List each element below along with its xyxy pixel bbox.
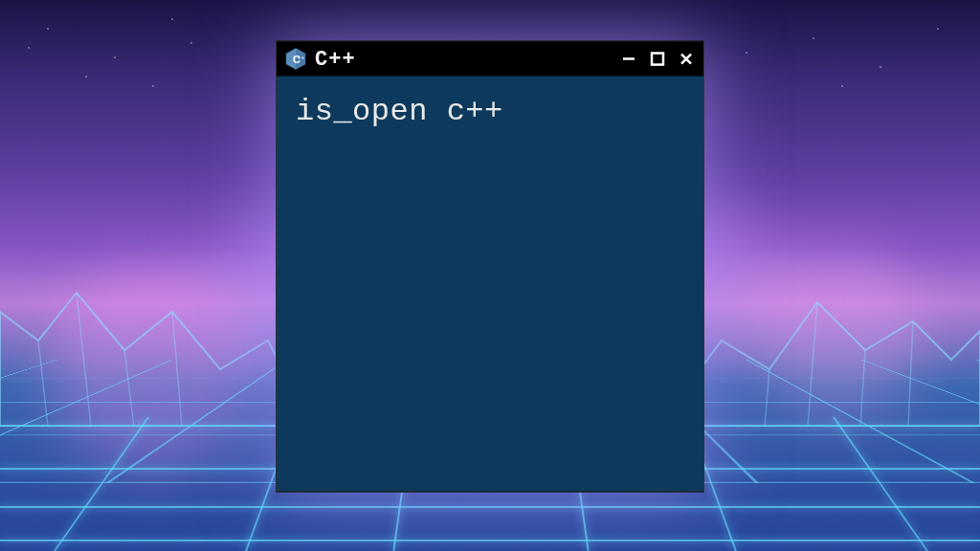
svg-rect-14 <box>652 54 663 65</box>
svg-text:+: + <box>301 55 304 60</box>
close-button[interactable] <box>677 50 696 69</box>
window-title: C++ <box>315 47 612 71</box>
maximize-button[interactable] <box>648 50 667 69</box>
window-titlebar[interactable]: C + + C++ <box>277 42 703 77</box>
terminal-window: C + + C++ <box>276 41 704 493</box>
minimize-button[interactable] <box>619 50 638 69</box>
svg-text:+: + <box>298 55 301 60</box>
terminal-content: is_open c++ <box>296 94 684 129</box>
cpp-logo-icon: C + + <box>284 48 307 71</box>
window-controls <box>619 50 696 69</box>
terminal-body[interactable]: is_open c++ <box>277 77 703 492</box>
